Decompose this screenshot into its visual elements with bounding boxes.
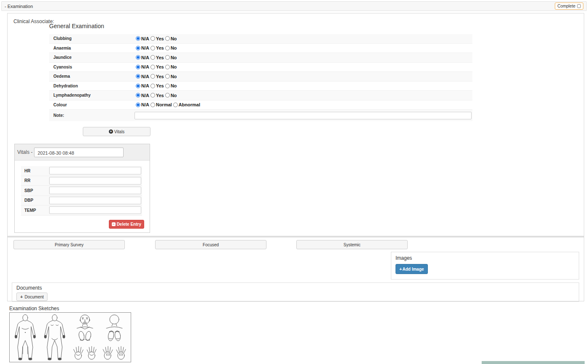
exam-row-label: Cyanosis [49, 65, 134, 69]
examination-sketches-thumbnail[interactable] [9, 312, 131, 362]
face-feet-hands-sketch [74, 315, 96, 359]
radio-option-label: Yes [156, 64, 164, 69]
radio-option-label: No [171, 83, 177, 88]
radio-option-yes[interactable]: Yes [149, 55, 164, 60]
exam-row: LymphadenopathyN/AYesNo [49, 91, 472, 100]
radio-option-label: Yes [156, 93, 164, 98]
primary-survey-button[interactable]: Primary Survey [13, 240, 125, 249]
radio-option-abnormal[interactable]: Abnormal [172, 102, 200, 107]
radio-input[interactable] [136, 93, 140, 98]
radio-option-no[interactable]: No [164, 45, 177, 50]
radio-input[interactable] [150, 103, 155, 107]
radio-input[interactable] [165, 74, 170, 79]
radio-option-no[interactable]: No [164, 93, 177, 98]
radio-option-na[interactable]: N/A [134, 102, 149, 107]
radio-input[interactable] [150, 84, 155, 88]
radio-input[interactable] [150, 65, 155, 69]
exam-row-label: Colour [49, 103, 134, 107]
radio-option-na[interactable]: N/A [134, 74, 149, 79]
radio-group: N/AYesNo [134, 36, 177, 41]
vitals-row: HR [21, 166, 142, 176]
exam-row-label: Clubbing [49, 36, 134, 41]
vitals-field-input-rr[interactable] [49, 177, 141, 185]
complete-button-label: Complete [557, 4, 575, 8]
radio-option-yes[interactable]: Yes [149, 83, 164, 88]
radio-option-na[interactable]: N/A [134, 64, 149, 69]
radio-input[interactable] [136, 74, 140, 79]
radio-input[interactable] [136, 36, 140, 41]
radio-input[interactable] [150, 46, 155, 50]
plus-icon: + [20, 294, 23, 299]
radio-input[interactable] [136, 55, 140, 60]
section-divider [8, 236, 584, 237]
radio-option-no[interactable]: No [164, 64, 177, 69]
documents-title: Documents [16, 285, 575, 291]
radio-option-yes[interactable]: Yes [149, 74, 164, 79]
radio-option-label: N/A [141, 74, 149, 79]
add-document-button[interactable]: + Document [16, 293, 47, 301]
radio-option-normal[interactable]: Normal [149, 102, 172, 107]
complete-button[interactable]: Complete [555, 3, 583, 10]
radio-option-na[interactable]: N/A [134, 93, 149, 98]
vitals-row: TEMP [21, 206, 142, 216]
body-sketches-image [11, 314, 130, 361]
radio-input[interactable] [150, 93, 155, 98]
radio-option-yes[interactable]: Yes [149, 93, 164, 98]
note-input[interactable] [134, 112, 472, 119]
radio-option-yes[interactable]: Yes [149, 36, 164, 41]
radio-option-na[interactable]: N/A [134, 45, 149, 50]
radio-input[interactable] [173, 103, 178, 107]
systemic-button[interactable]: Systemic [296, 240, 408, 249]
radio-option-no[interactable]: No [164, 83, 177, 88]
radio-option-label: No [171, 45, 177, 50]
left-hand [74, 346, 83, 359]
radio-input[interactable] [165, 36, 170, 41]
radio-input[interactable] [165, 46, 170, 50]
exam-row: JaundiceN/AYesNo [49, 53, 472, 63]
radio-option-no[interactable]: No [164, 36, 177, 41]
radio-input[interactable] [165, 55, 170, 60]
radio-input[interactable] [136, 65, 140, 69]
radio-option-na[interactable]: N/A [134, 83, 149, 88]
radio-option-label: N/A [141, 93, 149, 98]
vitals-field-input-temp[interactable] [49, 206, 141, 214]
vitals-field-input-sbp[interactable] [49, 187, 141, 194]
add-document-button-label: Document [24, 295, 44, 299]
radio-option-label: No [171, 55, 177, 60]
examination-panel: Clinical Associate: General Examination … [7, 13, 584, 301]
images-section: Images + Add Image [391, 252, 579, 280]
radio-input[interactable] [150, 55, 155, 60]
add-vitals-button-label: Vitals [114, 129, 124, 134]
radio-option-na[interactable]: N/A [134, 36, 149, 41]
radio-input[interactable] [165, 65, 170, 69]
radio-option-na[interactable]: N/A [134, 55, 149, 60]
complete-checkbox[interactable] [577, 4, 581, 8]
vitals-field-input-hr[interactable] [49, 167, 141, 174]
radio-input[interactable] [150, 74, 155, 79]
radio-option-no[interactable]: No [164, 55, 177, 60]
add-image-button[interactable]: + Add Image [396, 264, 428, 274]
vitals-card: Vitals - HRRRSBPDBPTEMP − Delete Entry [14, 144, 150, 233]
delete-entry-button[interactable]: − Delete Entry [109, 220, 144, 229]
radio-group: N/AYesNo [134, 45, 177, 50]
radio-input[interactable] [150, 36, 155, 41]
vitals-title: Vitals - [17, 149, 32, 155]
add-vitals-button[interactable]: + Vitals [83, 127, 150, 136]
vitals-datetime-input[interactable] [34, 148, 124, 157]
radio-input[interactable] [136, 46, 140, 50]
documents-section: Documents + Document [12, 282, 579, 302]
radio-input[interactable] [165, 84, 170, 88]
vitals-field-input-dbp[interactable] [49, 197, 141, 204]
examination-sketches-title: Examination Sketches [9, 306, 59, 311]
radio-input[interactable] [165, 93, 170, 98]
radio-option-yes[interactable]: Yes [149, 64, 164, 69]
radio-option-yes[interactable]: Yes [149, 45, 164, 50]
general-examination-title: General Examination [49, 23, 472, 29]
exam-row: AnaemiaN/AYesNo [49, 44, 472, 53]
body-front-sketch [15, 315, 36, 361]
radio-input[interactable] [136, 103, 140, 107]
radio-option-no[interactable]: No [164, 74, 177, 79]
focused-button[interactable]: Focused [155, 240, 266, 249]
radio-input[interactable] [136, 84, 140, 88]
radio-option-label: Yes [156, 36, 164, 41]
